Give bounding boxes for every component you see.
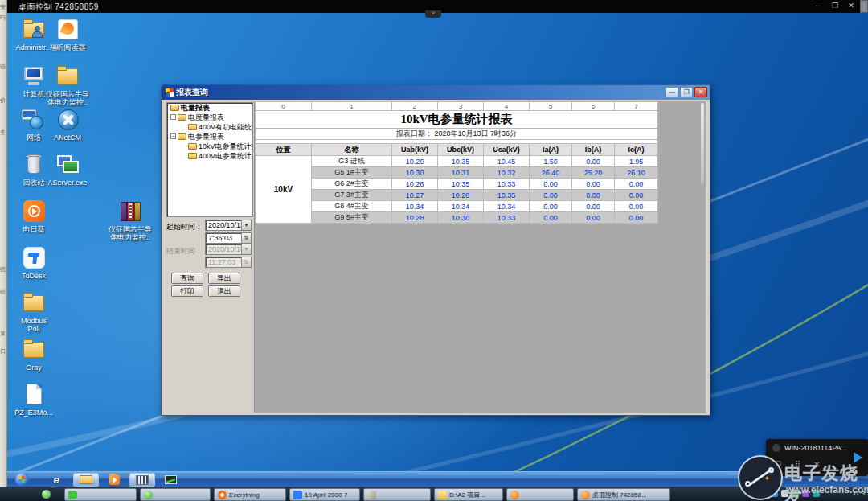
monitor-graph-icon — [165, 475, 177, 484]
report-window-title: 报表查询 — [176, 87, 208, 98]
tree-item-400v-param[interactable]: 400V电参量统计报表 — [167, 151, 252, 161]
anetcm-icon — [54, 108, 81, 132]
folder-icon — [54, 64, 81, 88]
print-button[interactable]: 打印 — [171, 285, 203, 297]
report-minimize-button[interactable]: — — [665, 87, 678, 97]
report-table-area: 01234567 10kV电参量统计报表 报表日期： 2020年10月13日 7… — [254, 101, 706, 413]
popup-title: WIN-20181114PA... — [784, 444, 847, 452]
host-task-txt-window[interactable]: 10 April 2000 7 — [289, 488, 360, 501]
folder-icon — [80, 475, 92, 484]
clock[interactable]: 11:3 — [853, 490, 865, 497]
toolbar-chevron-tab[interactable]: ˅ — [425, 10, 441, 18]
host-task-everything[interactable]: Everything — [214, 488, 286, 501]
table-row: G8 4#主变10.3410.3410.340.000.000.00 — [256, 201, 658, 212]
remote-taskbar: e — [7, 471, 868, 487]
sliver-text: 日 — [0, 347, 7, 355]
start-time-label: 起始时间： — [166, 222, 203, 232]
minimize-button[interactable]: — — [813, 2, 825, 11]
start-time-spinner[interactable]: 7:36:03⇅ — [205, 232, 252, 244]
spinner-updown-icon[interactable]: ⇅ — [241, 233, 251, 243]
report-maximize-button[interactable]: ❐ — [680, 87, 693, 97]
sliver-text: 统 — [0, 265, 7, 273]
host-taskbar: Everything 10 April 2000 7 D:\A2 项目... 桌… — [0, 487, 868, 501]
close-icon[interactable]: ✕ — [813, 460, 820, 469]
tree-item-10kv-param[interactable]: 10kV电参量统计报表 — [167, 142, 252, 151]
exit-button[interactable]: 退出 — [208, 285, 240, 297]
tree-item-degree-reports[interactable]: −电度量报表 — [167, 113, 252, 122]
side-panel-icon[interactable] — [860, 0, 868, 13]
table-row: 10kV G3 进线10.2910.3510.451.500.001.95 — [256, 156, 658, 167]
collapse-icon[interactable]: − — [170, 133, 176, 139]
report-close-button[interactable]: ✕ — [694, 87, 707, 97]
host-task-wechat[interactable] — [64, 488, 137, 501]
pencil-icon — [367, 491, 376, 499]
host-task-green-doc[interactable] — [140, 488, 211, 501]
export-button[interactable]: 导出 — [208, 273, 240, 284]
desktop-icon-pz-e3mo-doc[interactable]: PZ_E3Mo... — [10, 383, 57, 417]
taskbar-monitor-app-button[interactable] — [160, 473, 181, 487]
taskbar-mediaplayer-button[interactable] — [104, 473, 125, 487]
table-row: G5 1#主变10.3010.3110.3226.4025.2026.10 — [256, 167, 658, 179]
tray-icon[interactable] — [802, 490, 809, 497]
folder-icon — [178, 114, 186, 121]
sunlogin-gear-icon — [510, 491, 519, 499]
sliver-text: 算 — [0, 330, 7, 338]
folder-icon — [188, 153, 197, 159]
taskbar-ie-button[interactable]: e — [46, 473, 67, 487]
winrar-icon — [117, 199, 144, 224]
desktop-icon-aserver[interactable]: AServer.exe — [44, 153, 91, 187]
table-header-row: 位置名称Uab(kV)Ubc(kV)Uca(kV)Ia(A)Ib(A)Ic(A) — [256, 144, 658, 156]
table-row: G9 5#主变10.2810.3010.330.000.000.00 — [256, 212, 658, 224]
maximize-button[interactable]: ❐ — [829, 2, 841, 11]
windows-flag-icon — [18, 475, 25, 483]
query-button[interactable]: 查询 — [171, 273, 203, 284]
desktop-icon-oray[interactable]: Oray — [10, 338, 57, 372]
sliver-text: 安 — [0, 3, 7, 11]
tray-icon[interactable] — [771, 490, 778, 497]
desktop-icon-winrar-archive[interactable]: 仪征国芯半导 体电力监控.. — [107, 199, 154, 241]
desktop-icon-foxit-reader[interactable]: 福昕阅读器 — [44, 18, 91, 51]
host-task-sunlogin[interactable] — [506, 488, 574, 501]
play-logo-fragment — [849, 444, 868, 471]
remote-title: 桌面控制 742858859 — [18, 2, 99, 13]
folder-open-icon — [170, 105, 179, 111]
taskbar-report-app-button[interactable] — [129, 473, 155, 487]
network-icon — [20, 108, 47, 132]
close-button[interactable]: ✕ — [845, 2, 857, 11]
desktop-icon-anetcm[interactable]: ANetCM — [44, 108, 91, 142]
tray-icon[interactable] — [792, 490, 799, 497]
tray-icon[interactable] — [760, 490, 768, 497]
system-tray[interactable] — [750, 490, 820, 497]
spinner-updown-icon: ⇅ — [241, 257, 251, 267]
internet-explorer-icon: e — [53, 474, 59, 486]
tray-icon[interactable] — [750, 490, 757, 497]
collapse-icon[interactable]: − — [170, 114, 176, 120]
host-task-desktop-control[interactable]: 桌面控制 742858... — [577, 488, 670, 501]
report-title: 10kV电参量统计报表 — [256, 111, 658, 129]
chevron-down-icon[interactable]: ▼ — [241, 220, 251, 230]
start-button[interactable] — [15, 473, 29, 487]
column-number-row: 01234567 — [256, 102, 658, 111]
desktop-icon-sunlogin[interactable]: 向日葵 — [10, 199, 57, 233]
start-date-combo[interactable]: 2020/10/13▼ — [205, 220, 252, 231]
sliver-text: 统 — [0, 288, 7, 296]
tray-icon[interactable] — [813, 490, 820, 497]
table-row: G7 3#主变10.2710.2810.350.000.000.00 — [256, 190, 658, 201]
taskbar-explorer-button[interactable] — [73, 473, 99, 487]
host-task-folder[interactable]: D:\A2 项目... — [434, 488, 503, 501]
desktop-icon-modbus-poll[interactable]: Modbus Poll — [10, 291, 57, 333]
tree-root-item[interactable]: 电量报表 — [167, 103, 252, 113]
report-window-titlebar[interactable]: 报表查询 — [162, 85, 710, 100]
tree-item-param-reports[interactable]: −电参量报表 — [167, 132, 252, 142]
host-task-pencil-app[interactable] — [363, 488, 431, 501]
tree-item-400v-energy[interactable]: 400V有功电能统计报表 — [167, 122, 252, 132]
report-table: 01234567 10kV电参量统计报表 报表日期： 2020年10月13日 7… — [255, 101, 658, 224]
desktop-icon-yizheng-folder[interactable]: 仪征国芯半导 体电力监控.. — [44, 64, 91, 106]
green-app-icon[interactable] — [42, 490, 51, 499]
report-query-window: 报表查询 — ❐ ✕ 电量报表 −电度量报表 400V有功电能统计报表 −电参量… — [161, 84, 710, 416]
chat-icon[interactable]: 🗩 — [774, 460, 782, 469]
tray-icon[interactable] — [781, 490, 788, 497]
grid-icon[interactable]: ⠿ — [795, 460, 800, 469]
desktop-icon-todesk[interactable]: ToDesk — [10, 246, 57, 280]
table-scrollbar[interactable] — [701, 103, 704, 183]
